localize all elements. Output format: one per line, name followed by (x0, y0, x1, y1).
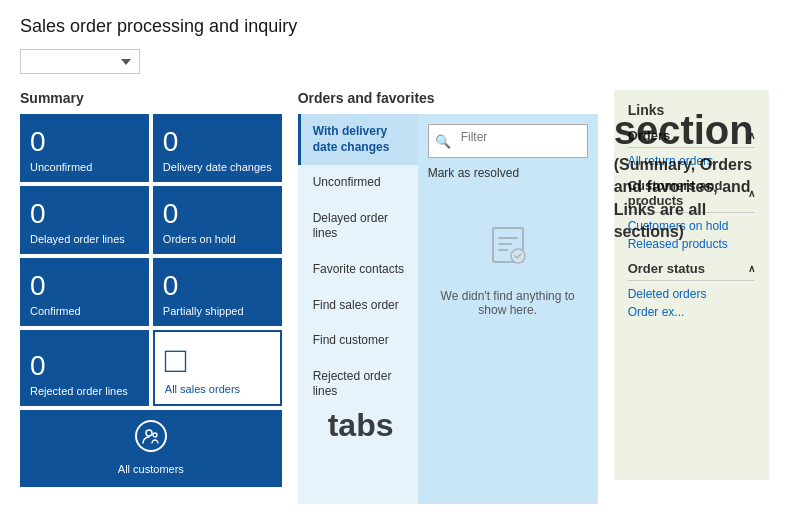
page-title: Sales order processing and inquiry (20, 16, 769, 37)
tile-all-sales-orders[interactable]: □ All sales orders (153, 330, 282, 406)
empty-state: We didn't find anything to show here. (428, 190, 588, 347)
tile-unconfirmed[interactable]: 0 Unconfirmed (20, 114, 149, 182)
tile-rejected-number: 0 (30, 352, 139, 380)
orders-content: 🔍 Mark as resolved (418, 114, 598, 504)
nav-delayed-order-lines[interactable]: Delayed order lines (298, 201, 418, 252)
tile-delivery-number: 0 (163, 128, 272, 156)
orders-nav: With delivery date changes Unconfirmed D… (298, 114, 418, 504)
tile-delayed-number: 0 (30, 200, 139, 228)
tile-delivery-date-changes[interactable]: 0 Delivery date changes (153, 114, 282, 182)
workspace-dropdown[interactable] (20, 49, 140, 74)
empty-state-text: We didn't find anything to show here. (438, 289, 578, 317)
link-all-return-orders[interactable]: All return orders (628, 152, 755, 170)
tile-rejected-label: Rejected order lines (30, 384, 139, 398)
tile-orders-on-hold[interactable]: 0 Orders on hold (153, 186, 282, 254)
summary-label: Summary (20, 90, 282, 106)
link-released-products[interactable]: Released products (628, 235, 755, 253)
order-status-link-group: Order status ∧ Deleted orders Order ex..… (628, 261, 755, 321)
tile-rejected-order-lines[interactable]: 0 Rejected order lines (20, 330, 149, 406)
nav-find-sales-order[interactable]: Find sales order (298, 288, 418, 324)
tile-all-customers-label: All customers (118, 462, 184, 476)
sections-row: Summary 0 Unconfirmed 0 Delivery date ch… (20, 90, 769, 504)
tile-partially-shipped[interactable]: 0 Partially shipped (153, 258, 282, 326)
tile-all-customers[interactable]: All customers (20, 410, 282, 486)
tile-confirmed-label: Confirmed (30, 304, 139, 318)
svg-point-0 (146, 430, 152, 436)
nav-find-customer[interactable]: Find customer (298, 323, 418, 359)
summary-section: Summary 0 Unconfirmed 0 Delivery date ch… (20, 90, 282, 487)
page: Sales order processing and inquiry Summa… (0, 0, 789, 520)
nav-rejected-order-lines[interactable]: Rejected order lines (298, 359, 418, 410)
link-deleted-orders[interactable]: Deleted orders (628, 285, 755, 303)
tile-delayed-label: Delayed order lines (30, 232, 139, 246)
tile-confirmed[interactable]: 0 Confirmed (20, 258, 149, 326)
nav-with-delivery-date-changes[interactable]: With delivery date changes (298, 114, 418, 165)
tile-partial-label: Partially shipped (163, 304, 272, 318)
tile-partial-number: 0 (163, 272, 272, 300)
svg-point-1 (153, 433, 157, 437)
orders-section: Orders and favorites With delivery date … (298, 90, 598, 504)
filter-icon: 🔍 (429, 134, 457, 149)
order-status-title: Order status (628, 261, 705, 276)
links-section: Links Orders ∧ All return orders Custome… (614, 90, 769, 480)
tile-all-sales-label: All sales orders (165, 382, 270, 396)
links-label: Links (628, 102, 755, 118)
orders-label: Orders and favorites (298, 90, 598, 106)
order-status-header: Order status ∧ (628, 261, 755, 281)
tile-hold-label: Orders on hold (163, 232, 272, 246)
customers-products-link-group: Customers and products ∧ Customers on ho… (628, 178, 755, 253)
orders-group-chevron[interactable]: ∧ (748, 130, 755, 141)
orders-link-group: Orders ∧ All return orders (628, 128, 755, 170)
orders-link-group-header: Orders ∧ (628, 128, 755, 148)
filter-input[interactable] (457, 125, 587, 149)
nav-unconfirmed[interactable]: Unconfirmed (298, 165, 418, 201)
customers-products-title: Customers and products (628, 178, 748, 208)
link-order-ex[interactable]: Order ex... (628, 303, 755, 321)
nav-favorite-contacts[interactable]: Favorite contacts (298, 252, 418, 288)
tile-unconfirmed-number: 0 (30, 128, 139, 156)
customers-products-header: Customers and products ∧ (628, 178, 755, 213)
order-status-chevron[interactable]: ∧ (748, 263, 755, 274)
customers-products-chevron[interactable]: ∧ (748, 188, 755, 199)
summary-tile-grid: 0 Unconfirmed 0 Delivery date changes 0 … (20, 114, 282, 406)
tile-delayed-order-lines[interactable]: 0 Delayed order lines (20, 186, 149, 254)
mark-as-resolved: Mark as resolved (428, 166, 588, 180)
customers-icon (135, 420, 167, 452)
tile-hold-number: 0 (163, 200, 272, 228)
link-customers-on-hold[interactable]: Customers on hold (628, 217, 755, 235)
tile-unconfirmed-label: Unconfirmed (30, 160, 139, 174)
tile-confirmed-number: 0 (30, 272, 139, 300)
orders-group-title: Orders (628, 128, 671, 143)
orders-container: With delivery date changes Unconfirmed D… (298, 114, 598, 504)
tile-all-sales-number: □ (165, 342, 270, 378)
tile-delivery-label: Delivery date changes (163, 160, 272, 174)
empty-state-icon (483, 220, 533, 279)
